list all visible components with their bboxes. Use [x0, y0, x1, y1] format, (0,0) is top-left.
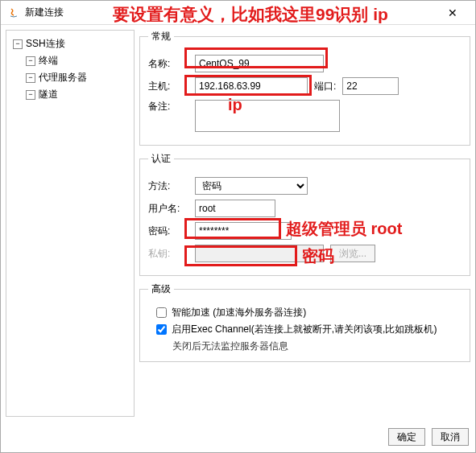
tree-collapse-icon[interactable]: − — [26, 90, 35, 100]
dialog-footer: 确定 取消 — [1, 422, 475, 452]
sidebar-tree: − SSH连接 − 终端 − 代理服务器 − 隧道 — [6, 30, 135, 417]
method-select[interactable]: 密码 — [195, 177, 308, 195]
auth-group: 认证 方法: 密码 用户名: 密码: 私钥: — [139, 152, 470, 276]
exec-channel-label: 启用Exec Channel(若连接上就被断开,请关闭该项,比如跳板机) — [172, 323, 437, 336]
remark-input[interactable] — [195, 100, 340, 132]
java-icon — [7, 6, 20, 19]
titlebar: 新建连接 ✕ — [1, 1, 475, 25]
content-panel: 常规 名称: 主机: 端口: 备注: 认证 — [139, 30, 470, 417]
method-label: 方法: — [148, 179, 188, 193]
dialog-title: 新建连接 — [25, 6, 437, 19]
ok-button[interactable]: 确定 — [388, 428, 425, 446]
browse-button: 浏览... — [330, 245, 375, 262]
remark-label: 备注: — [148, 100, 188, 113]
tree-item-proxy[interactable]: − 代理服务器 — [23, 69, 130, 86]
cancel-button[interactable]: 取消 — [432, 428, 469, 446]
advanced-legend: 高级 — [148, 282, 174, 296]
name-input[interactable] — [195, 55, 324, 72]
tree-item-label: 隧道 — [39, 88, 58, 101]
smart-accel-checkbox[interactable] — [156, 307, 167, 318]
auth-legend: 认证 — [148, 152, 174, 166]
general-group: 常规 名称: 主机: 端口: 备注: — [139, 30, 470, 146]
dialog-body: − SSH连接 − 终端 − 代理服务器 − 隧道 常规 名称: — [1, 25, 475, 422]
general-legend: 常规 — [148, 30, 174, 43]
tree-collapse-icon[interactable]: − — [26, 73, 35, 83]
advanced-group: 高级 智能加速 (加速海外服务器连接) 启用Exec Channel(若连接上就… — [139, 282, 470, 362]
pwd-input[interactable] — [195, 222, 292, 240]
tree-item-terminal[interactable]: − 终端 — [23, 52, 130, 69]
tree-item-label: 代理服务器 — [39, 71, 87, 84]
key-label: 私钥: — [148, 247, 188, 261]
port-label: 端口: — [314, 80, 336, 93]
tree-collapse-icon[interactable]: − — [13, 39, 23, 49]
tree-collapse-icon[interactable]: − — [26, 56, 35, 66]
host-label: 主机: — [148, 80, 188, 93]
user-label: 用户名: — [148, 202, 188, 216]
key-input — [195, 245, 324, 262]
dialog-window: 新建连接 ✕ − SSH连接 − 终端 − 代理服务器 − 隧道 常规 — [0, 0, 476, 453]
tree-root-ssh[interactable]: − SSH连接 — [10, 35, 130, 52]
close-button[interactable]: ✕ — [437, 2, 469, 24]
user-input[interactable] — [195, 200, 275, 217]
tree-item-label: 终端 — [39, 54, 58, 68]
pwd-label: 密码: — [148, 224, 188, 238]
tree-item-tunnel[interactable]: − 隧道 — [23, 86, 130, 103]
tree-root-label: SSH连接 — [26, 37, 65, 51]
exec-channel-checkbox[interactable] — [156, 324, 167, 335]
smart-accel-label: 智能加速 (加速海外服务器连接) — [172, 306, 306, 319]
exec-note: 关闭后无法监控服务器信息 — [172, 340, 462, 353]
port-input[interactable] — [342, 77, 399, 95]
name-label: 名称: — [148, 57, 188, 71]
host-input[interactable] — [195, 77, 308, 95]
